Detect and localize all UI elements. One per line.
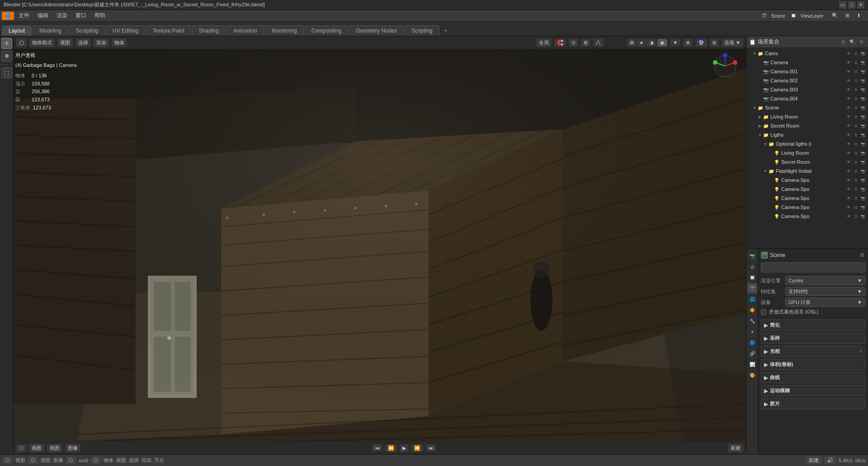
feature-set-dropdown[interactable]: 支持特性 ▼ [785,287,865,296]
ol-sel[interactable]: ⊡ [853,141,859,147]
menu-edit[interactable]: 编辑 [34,11,52,20]
outliner-item-camera003[interactable]: 📷 Camera.003 👁 ⊡ 📷 [746,85,868,94]
outliner-item-secret-room[interactable]: ▶ 📁 Secret Room 👁 ⊡ 📷 [746,121,868,130]
status-view2-btn[interactable]: ⬡ [28,456,38,464]
sr-ren[interactable]: 📷 [860,123,866,129]
lights-arrow[interactable]: ▼ [757,132,763,138]
prop-tab-material[interactable]: 🎨 [747,370,757,380]
c004-ren[interactable]: 📷 [860,95,866,102]
flashlight-arrow[interactable]: ▼ [763,168,768,174]
lrl-ren[interactable]: 📷 [860,150,866,156]
editor-type-button[interactable]: ⬡ [16,38,27,47]
outliner-item-camera001[interactable]: 📷 Camera.001 👁 ⊡ 📷 [746,67,868,76]
proportional-edit[interactable]: ⊙ [569,39,578,47]
tab-scripting[interactable]: Scripting [405,25,439,36]
global-local-toggle[interactable]: 全局 [536,38,552,47]
outliner-item-flashlight[interactable]: ▼ 📁 Flashlight Imitati 👁 ⊡ 📷 [746,166,868,176]
outliner-settings-btn[interactable]: ⚙ [857,38,865,46]
render-engine-dropdown[interactable]: Cycles ▼ [785,276,865,285]
lig-ren[interactable]: 📷 [860,132,866,138]
outliner-item-cams[interactable]: ▼ 📁 Cams 👁 ⊡ 📷 [746,49,868,58]
playback-end[interactable]: ⏭ [426,444,436,452]
outliner-item-optional-lights[interactable]: ▼ 📁 Optional ligths (i 👁 ⊡ 📷 [746,139,868,148]
new-scene-btn[interactable]: 新建 [728,444,743,452]
film-header[interactable]: ▶ 胶片 [761,399,865,409]
prop-tab-scene[interactable]: 🎬 [747,283,757,293]
lig-vis[interactable]: 👁 [845,132,852,138]
camera-render[interactable]: 📷 [860,59,866,66]
playback-next[interactable]: ⏩ [411,444,423,452]
tab-geometry-nodes[interactable]: Geometry Nodes [349,25,404,36]
srl-sel[interactable]: ⊡ [853,159,859,165]
cams-visibility[interactable]: 👁 [845,50,852,57]
viewport-options[interactable]: 选项 ▼ [722,38,743,47]
c003-ren[interactable]: 📷 [860,86,866,93]
viewport-xray[interactable]: ⧉ [710,39,719,47]
outliner-search-btn[interactable]: 🔍 [848,38,856,46]
select-box-tool[interactable]: ⬚ [1,67,12,78]
cursor-tool[interactable]: ✛ [1,38,12,49]
snap-toggle[interactable]: 🧲 [554,39,566,47]
outliner-item-scene[interactable]: ▼ 📁 Scene 👁 ⊡ 📷 [746,103,868,112]
light-header[interactable]: ▶ 光程 ≡ [761,346,865,357]
opt-lights-arrow[interactable]: ▼ [763,141,768,147]
prop-tab-output[interactable]: 🖨 [747,262,757,271]
ol-ren[interactable]: 📷 [860,141,866,147]
lrl-vis[interactable]: 👁 [845,150,852,156]
scene-sel[interactable]: ⊡ [853,105,859,111]
spo3-sel[interactable]: ⊡ [853,195,859,201]
wireframe-shading[interactable]: ⊞ [627,39,637,47]
view-layer-selector[interactable]: ViewLayer [797,12,827,19]
c003-vis[interactable]: 👁 [845,86,852,93]
expand-outliner[interactable]: ⬆ [854,12,863,19]
sr-sel[interactable]: ⊡ [853,123,859,129]
status-editor-type[interactable]: ⬡ [3,456,13,464]
outliner-item-secret-room-light[interactable]: 💡 Secret Room 👁 ⊡ 📷 [746,157,868,166]
scene-ren[interactable]: 📷 [860,105,866,111]
tab-compositing[interactable]: Compositing [305,25,349,36]
c002-sel[interactable]: ⊡ [853,77,859,84]
prop-tab-physics[interactable]: 🔵 [747,338,757,347]
tab-shading[interactable]: Shading [192,25,226,36]
cams-viewport[interactable]: ⊡ [853,50,859,57]
footer-view[interactable]: 视图 [29,444,44,452]
menu-help[interactable]: 帮助 [91,11,109,20]
material-preview[interactable]: ◑ [646,39,656,47]
volumes-header[interactable]: ▶ 体积(卷标) [761,359,865,370]
tab-animation[interactable]: Animation [226,25,264,36]
add-workspace-button[interactable]: + [440,25,451,36]
c001-sel[interactable]: ⊡ [853,68,859,75]
outliner-item-lights[interactable]: ▼ 📁 Ligths 👁 ⊡ 📷 [746,130,868,139]
cams-render[interactable]: 📷 [860,50,866,57]
tab-texture-paint[interactable]: Texture Paint [146,25,191,36]
footer-editor-type[interactable]: ⬡ [16,444,26,452]
spo5-vis[interactable]: 👁 [845,213,852,219]
spo2-sel[interactable]: ⊡ [853,186,859,192]
outliner-item-camera-spo2[interactable]: 💡 Camera-Spo 👁 ⊡ 📷 [746,185,868,194]
device-dropdown[interactable]: GPU 计算 ▼ [785,298,865,307]
osl-checkbox[interactable] [761,309,766,315]
prop-tab-object[interactable]: 🔶 [747,305,757,315]
playback-prev[interactable]: ⏪ [385,444,397,452]
lig-sel[interactable]: ⊡ [853,132,859,138]
header-right-extra[interactable]: ⊞ [581,39,590,47]
footer-view2[interactable]: 视图 [47,444,62,452]
camera-select[interactable]: ⊡ [853,59,859,66]
fl-sel[interactable]: ⊡ [853,168,859,174]
move-tool[interactable]: ✥ [1,51,12,62]
outliner-filter-btn[interactable]: ⊟ [839,38,847,46]
outliner-item-living-room[interactable]: ▶ 📁 Living Room 👁 ⊡ 📷 [746,112,868,121]
prop-tab-particles[interactable]: ✦ [747,327,757,337]
spo4-ren[interactable]: 📷 [860,204,866,210]
new-item-btn[interactable]: 新建 [806,456,821,465]
sound-btn[interactable]: 🔊 [824,456,836,464]
tab-uv-editing[interactable]: UV Editing [106,25,145,36]
tab-modeling[interactable]: Modeling [33,25,68,36]
fl-ren[interactable]: 📷 [860,168,866,174]
lr-sel[interactable]: ⊡ [853,114,859,120]
scene-arrow[interactable]: ▼ [752,105,757,110]
numpad-view[interactable]: 八 [593,38,604,47]
maximize-button[interactable]: □ [848,1,855,9]
viewport-gizmo-widget[interactable]: X Y Z [712,52,739,80]
menu-render[interactable]: 渲染 [53,11,71,20]
